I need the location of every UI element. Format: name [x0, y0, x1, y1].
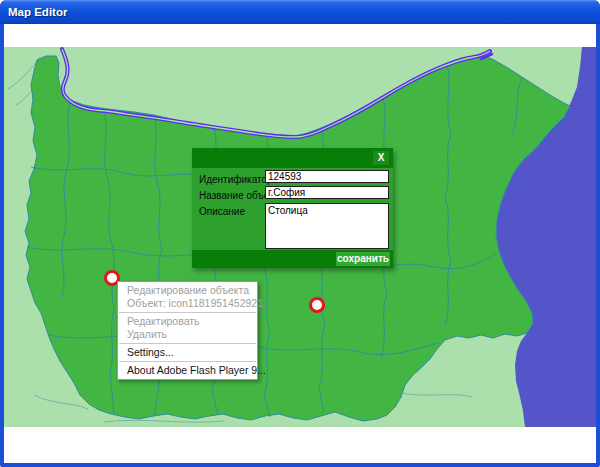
menu-item-object-id: Объект: icon1181951452921 [118, 297, 257, 310]
dialog-header: X [192, 148, 393, 168]
menu-item-edit-object-header: Редактирование объекта [118, 284, 257, 297]
menu-item-settings[interactable]: Settings... [118, 346, 257, 359]
description-field[interactable]: Столица [265, 203, 389, 249]
object-name-field[interactable] [265, 186, 389, 199]
menu-item-about-flash[interactable]: About Adobe Flash Player 9... [118, 364, 257, 377]
context-menu: Редактирование объекта Объект: icon11819… [117, 281, 258, 380]
menu-separator [119, 343, 256, 344]
menu-separator [119, 312, 256, 313]
identifier-label: Идентификатор [199, 174, 273, 185]
identifier-field[interactable] [265, 170, 389, 183]
map-marker[interactable] [309, 297, 325, 313]
menu-item-edit: Редактировать [118, 315, 257, 328]
window-title: Map Editor [8, 6, 67, 18]
window-frame: Map Editor [0, 0, 600, 467]
close-icon[interactable]: X [373, 151, 389, 165]
window-titlebar[interactable]: Map Editor [0, 0, 600, 24]
dialog-footer: сохранить [192, 250, 393, 268]
description-label: Описание [199, 206, 245, 217]
menu-item-delete: Удалить [118, 328, 257, 341]
edit-object-dialog: X Идентификатор Название объекта Описани… [192, 148, 393, 268]
menu-separator [119, 361, 256, 362]
save-button[interactable]: сохранить [336, 252, 390, 266]
